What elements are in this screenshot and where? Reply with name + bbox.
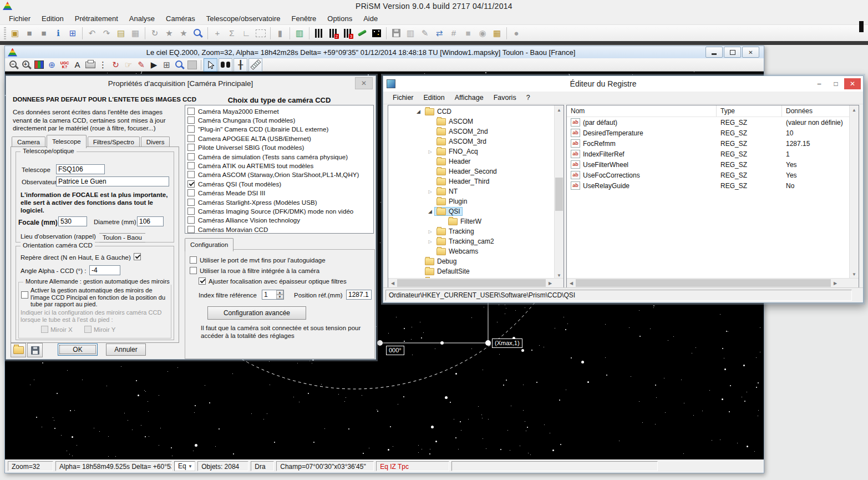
angle-input[interactable] xyxy=(89,265,120,275)
grid-hand-icon[interactable]: # xyxy=(446,26,461,41)
globe-gray-icon[interactable]: ◉ xyxy=(475,26,490,41)
dialog-titlebar[interactable]: Propriétés d'acquisition [Caméra Princip… xyxy=(6,76,375,90)
menu-item-telescopeobservatoire[interactable]: Telescope/observatoire xyxy=(201,13,286,24)
registry-menu-?[interactable]: ? xyxy=(521,93,535,103)
print-icon[interactable] xyxy=(84,59,97,71)
draw-icon[interactable]: ✎ xyxy=(135,59,148,71)
index-filtre-spinner[interactable]: 1 ▲▼ xyxy=(262,290,284,300)
tree-node-ccd[interactable]: ◢CCD xyxy=(388,107,555,117)
spinner-down-icon[interactable]: ▼ xyxy=(276,295,283,299)
tree-node-nt[interactable]: ▷NT xyxy=(388,186,555,196)
restore-button[interactable] xyxy=(724,47,741,58)
zoom-in-icon[interactable]: + xyxy=(20,59,33,71)
camera-checkbox[interactable] xyxy=(187,117,195,124)
values-horizontal-scrollbar[interactable]: ◀ ▶ xyxy=(567,278,859,287)
ruler-icon[interactable] xyxy=(248,58,262,72)
menu-item-edition[interactable]: Edition xyxy=(36,13,69,24)
menu-item-fentre[interactable]: Fenêtre xyxy=(286,13,322,24)
registry-titlebar[interactable]: Éditeur du Registre – □ ✕ xyxy=(383,76,863,92)
tree-node-ascom_2nd[interactable]: ASCOM_2nd xyxy=(388,127,555,137)
close-icon[interactable]: ✕ xyxy=(355,77,373,89)
telescope-icon[interactable] xyxy=(355,26,369,41)
camera-checkbox[interactable] xyxy=(187,226,195,233)
camera-checkbox[interactable] xyxy=(187,199,195,206)
menu-item-prtraitement[interactable]: Prétraitement xyxy=(69,13,124,24)
camera-checkbox[interactable] xyxy=(187,180,195,188)
scroll-left-icon[interactable]: ◀ xyxy=(567,279,576,287)
menu-item-fichier[interactable]: Fichier xyxy=(3,13,36,24)
sky-acquire-icon[interactable] xyxy=(369,26,384,41)
star-shift-icon[interactable]: ★ xyxy=(162,26,176,41)
camera-option[interactable]: "Plug-in" Camera CCD (Librairie DLL exte… xyxy=(185,125,373,134)
maximize-button[interactable]: □ xyxy=(828,78,844,89)
tab-configuration[interactable]: Configuration xyxy=(185,238,234,251)
camera-checkbox[interactable] xyxy=(187,171,195,178)
camera-option[interactable]: Caméras Imaging Source (DFK/DMK) mode no… xyxy=(185,206,373,215)
ephemeris-table-icon[interactable]: ⊞ xyxy=(160,59,173,71)
observer-input[interactable] xyxy=(56,176,169,186)
star-shift2-icon[interactable]: ★ xyxy=(176,26,191,41)
search-object-icon[interactable] xyxy=(173,59,186,71)
registry-value-row[interactable]: abIndexFilterRefREG_SZ1 xyxy=(567,149,859,159)
scroll-thumb[interactable] xyxy=(576,279,831,287)
focale-input[interactable] xyxy=(58,216,87,226)
histogram2-icon[interactable]: 2 xyxy=(326,26,341,41)
tree-expander-icon[interactable]: ▷ xyxy=(426,189,434,194)
undo-icon[interactable]: ↶ xyxy=(85,26,99,41)
tree-node-webcams[interactable]: Webcams xyxy=(388,246,555,256)
tree-node-defaultsite[interactable]: DefaultSite xyxy=(388,266,555,276)
tree-node-tracking[interactable]: ▷Tracking xyxy=(388,226,555,236)
selection-icon[interactable] xyxy=(253,26,268,41)
scroll-up-icon[interactable]: ▲ xyxy=(850,105,859,114)
camera-option[interactable]: Pilote Universel SBIG (Tout modèles) xyxy=(185,143,373,152)
rgb-grid-icon[interactable] xyxy=(33,59,45,71)
histogram3-icon[interactable]: 3 xyxy=(341,26,355,41)
miroir-y-checkbox[interactable] xyxy=(84,326,92,333)
tree-expander-icon[interactable]: ◢ xyxy=(414,109,423,114)
camera-option[interactable]: Caméra de simulation (Tests sans caméra … xyxy=(185,152,373,161)
miroir-x-checkbox[interactable] xyxy=(41,326,48,333)
sync-list-icon[interactable]: ⇄ xyxy=(432,26,446,41)
tree-horizontal-scrollbar[interactable]: ◀ ▶ xyxy=(388,278,564,287)
label-font-icon[interactable]: A xyxy=(71,59,84,71)
tree-expander-icon[interactable]: ▷ xyxy=(426,229,434,234)
column-nom[interactable]: Nom xyxy=(567,105,717,117)
registry-value-row[interactable]: abUseFilterWheelREG_SZYes xyxy=(567,159,859,170)
world-hand-icon[interactable]: ● xyxy=(509,26,524,41)
scroll-thumb[interactable] xyxy=(555,178,563,211)
camera-checkbox[interactable] xyxy=(187,162,195,169)
registry-menu-favoris[interactable]: Favoris xyxy=(489,93,521,103)
pointer-tool-icon[interactable] xyxy=(204,58,217,72)
registry-menu-fichier[interactable]: Fichier xyxy=(388,93,419,103)
open-image-icon[interactable]: ▣ xyxy=(8,26,22,41)
registry-value-row[interactable]: abUseFocCorrectionsREG_SZYes xyxy=(567,170,859,180)
tree-node-qsi[interactable]: ◢QSI xyxy=(388,206,555,216)
activer-checkbox[interactable] xyxy=(21,291,28,299)
blank-button[interactable] xyxy=(186,59,199,71)
quill-icon[interactable]: ✎ xyxy=(418,26,432,41)
info-icon[interactable]: ℹ xyxy=(51,26,65,41)
tree-node-header[interactable]: Header xyxy=(388,156,555,166)
camera-option[interactable]: Caméras Moravian CCD xyxy=(185,225,373,234)
binoculars-icon[interactable] xyxy=(219,58,232,72)
coordinate-mode-dropdown[interactable]: Eq ▾ xyxy=(174,461,195,471)
camera-option[interactable]: Caméras QSI (Tout modèles) xyxy=(185,179,373,188)
camera-checkbox[interactable] xyxy=(187,125,195,133)
scroll-up-icon[interactable]: ▲ xyxy=(555,105,564,114)
filter-wheel-checkbox[interactable] xyxy=(190,267,197,274)
ugc-catalog-icon[interactable]: UGCK? xyxy=(58,59,71,71)
menu-item-camras[interactable]: Caméras xyxy=(160,13,201,24)
camera-checkbox[interactable] xyxy=(187,208,195,215)
camera-checkbox[interactable] xyxy=(187,135,195,142)
screen-copy-icon[interactable]: ▥ xyxy=(292,26,307,41)
save-sequence-icon[interactable] xyxy=(389,26,403,41)
advanced-config-button[interactable]: Configuration avancée xyxy=(207,306,306,320)
save-settings-button[interactable] xyxy=(27,343,43,357)
plot-axes-icon[interactable]: ∟ xyxy=(239,26,253,41)
camera-option[interactable]: Camera APOGEE ALTA (USB/Ethernet) xyxy=(185,134,373,143)
camera-stop-icon[interactable]: ■ xyxy=(22,26,37,41)
battery-icon[interactable]: ▮ xyxy=(273,26,287,41)
tree-node-plugin[interactable]: Plugin xyxy=(388,196,555,206)
help-window-icon[interactable]: ⊞ xyxy=(65,26,80,41)
values-vertical-scrollbar[interactable]: ▲ ▼ xyxy=(849,105,859,279)
